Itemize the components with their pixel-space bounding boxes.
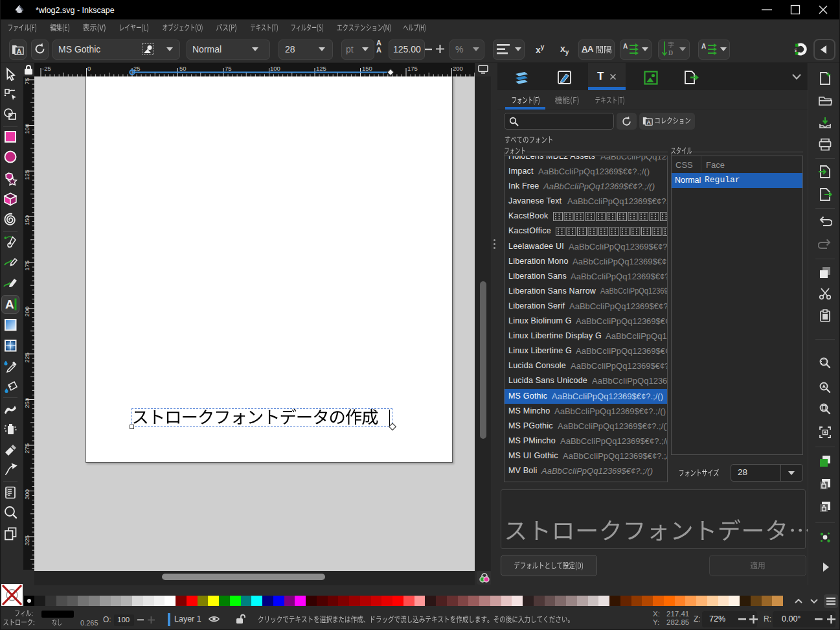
svg-text:D: D bbox=[668, 49, 673, 56]
svg-text:275: 275 bbox=[23, 443, 30, 454]
svg-text:125: 125 bbox=[316, 65, 326, 72]
svg-text:A: A bbox=[623, 43, 628, 50]
svg-text:s: s bbox=[795, 45, 797, 53]
svg-text:250: 250 bbox=[23, 398, 30, 408]
svg-text:50: 50 bbox=[179, 65, 187, 72]
svg-text:75: 75 bbox=[225, 65, 232, 72]
svg-text:325: 325 bbox=[23, 535, 30, 546]
svg-text:225: 225 bbox=[23, 353, 30, 363]
svg-text:100: 100 bbox=[270, 65, 280, 72]
svg-text:A: A bbox=[5, 298, 14, 311]
svg-text:125: 125 bbox=[23, 170, 30, 180]
svg-text:A: A bbox=[17, 47, 22, 55]
svg-text:150: 150 bbox=[362, 65, 372, 72]
svg-text:A: A bbox=[646, 119, 651, 126]
svg-text:A: A bbox=[701, 43, 706, 50]
svg-text:175: 175 bbox=[407, 65, 418, 72]
svg-text:-25: -25 bbox=[42, 65, 51, 72]
svg-text:200: 200 bbox=[23, 307, 30, 317]
svg-text:300: 300 bbox=[23, 489, 30, 500]
svg-text:0: 0 bbox=[87, 65, 91, 72]
svg-text:200: 200 bbox=[453, 65, 463, 72]
svg-text:150: 150 bbox=[23, 215, 30, 226]
svg-text:175: 175 bbox=[23, 261, 30, 271]
svg-text:100: 100 bbox=[23, 124, 30, 134]
svg-text:75: 75 bbox=[23, 78, 30, 85]
